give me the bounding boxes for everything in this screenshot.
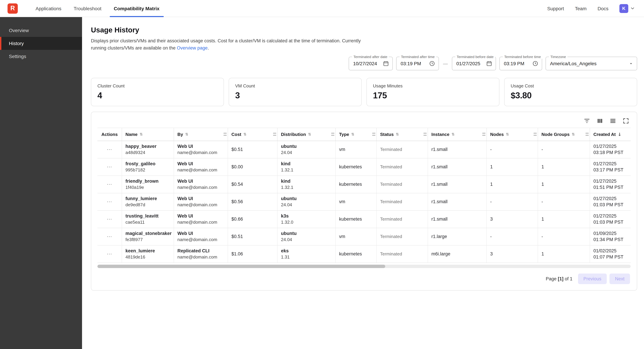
overview-page-link[interactable]: Overview page xyxy=(177,45,208,50)
sort-icon: ⇅ xyxy=(351,132,354,137)
columns-icon[interactable] xyxy=(596,117,603,124)
creator-email-link[interactable]: name@domain.com xyxy=(178,167,224,173)
sidebar-item-history[interactable]: History xyxy=(0,37,82,50)
calendar-icon[interactable] xyxy=(383,60,389,67)
column-resize-handle[interactable] xyxy=(586,133,588,136)
creator-email-link[interactable]: name@domain.com xyxy=(178,255,224,260)
node-groups-cell: 1 xyxy=(538,176,590,193)
account-menu[interactable]: K xyxy=(620,4,635,13)
sidebar-item-overview[interactable]: Overview xyxy=(0,24,82,37)
type-cell: vm xyxy=(336,141,377,158)
cluster-name: magical_stonebraker xyxy=(126,231,170,236)
nav-link-support[interactable]: Support xyxy=(547,6,564,11)
nav-tab-troubleshoot[interactable]: Troubleshoot xyxy=(68,0,108,17)
sidebar-item-settings[interactable]: Settings xyxy=(0,50,82,63)
column-header-by[interactable]: By⇅ xyxy=(174,128,228,141)
name-cell: funny_lumierede9ed87d xyxy=(122,193,174,210)
status-cell: Terminated xyxy=(377,158,428,176)
column-label: Nodes xyxy=(490,132,504,137)
scrollbar-thumb[interactable] xyxy=(98,265,386,268)
column-resize-handle[interactable] xyxy=(273,133,276,136)
clock-icon[interactable] xyxy=(532,60,538,67)
timezone-select[interactable]: Timezone America/Los_Angeles xyxy=(546,57,637,70)
clock-icon[interactable] xyxy=(429,60,435,67)
stat-card-usage-minutes: Usage Minutes 175 xyxy=(366,78,500,106)
column-header-name[interactable]: Name⇅ xyxy=(122,128,174,141)
table-row: ⋯ magical_stonebrakerfe3f8977 Web UIname… xyxy=(98,228,631,246)
column-header-node-groups[interactable]: Node Groups⇅ xyxy=(538,128,590,141)
creator-email-link[interactable]: name@domain.com xyxy=(178,220,224,225)
column-resize-handle[interactable] xyxy=(224,133,227,136)
column-label: Status xyxy=(380,132,394,137)
dropdown-caret-icon[interactable] xyxy=(628,61,634,66)
created-time: 03:18 PM PST xyxy=(594,150,627,155)
distribution-cell: eks1.31 xyxy=(278,246,336,263)
top-navbar: R Applications Troubleshoot Compatibilit… xyxy=(0,0,644,17)
creator-email-link[interactable]: name@domain.com xyxy=(178,237,224,242)
stat-value: 3 xyxy=(235,90,355,100)
sort-icon: ⇅ xyxy=(396,132,399,137)
created-date: 01/27/2025 xyxy=(594,144,627,149)
distribution-version: 24.04 xyxy=(281,202,332,207)
terminated-before-time-field[interactable]: Terminated before time 03:19 PM xyxy=(500,57,542,70)
row-menu-icon[interactable]: ⋯ xyxy=(107,233,112,240)
column-label: Type xyxy=(339,132,349,137)
created-date: 01/02/2025 xyxy=(594,248,627,254)
column-header-instance[interactable]: Instance⇅ xyxy=(428,128,487,141)
distribution-version: 24.04 xyxy=(281,150,332,155)
nav-tab-applications[interactable]: Applications xyxy=(30,0,68,17)
distribution-version: 1.32.0 xyxy=(281,220,332,225)
filter-bar: Terminated after date 10/27/2024 Termina… xyxy=(91,57,637,70)
description-text: Displays prior clusters/VMs and their as… xyxy=(91,38,361,50)
fullscreen-icon[interactable] xyxy=(622,117,629,124)
calendar-icon[interactable] xyxy=(486,60,492,67)
sort-icon: ⇅ xyxy=(506,132,509,137)
column-header-cost[interactable]: Cost⇅ xyxy=(228,128,278,141)
node-groups-cell: - xyxy=(538,228,590,245)
nav-link-docs[interactable]: Docs xyxy=(598,6,608,11)
brand-logo[interactable]: R xyxy=(8,3,18,13)
horizontal-scrollbar[interactable] xyxy=(98,265,631,268)
sort-icon: ⇅ xyxy=(244,132,246,137)
by-cell: Web UIname@domain.com xyxy=(174,211,228,228)
row-menu-icon[interactable]: ⋯ xyxy=(107,199,112,205)
distribution-version: 1.31 xyxy=(281,255,332,260)
row-menu-icon[interactable]: ⋯ xyxy=(107,146,112,153)
by-cell: Replicated CLIname@domain.com xyxy=(174,246,228,263)
previous-page-button[interactable]: Previous xyxy=(578,274,607,284)
created-time: 01:03 PM PST xyxy=(594,220,627,225)
column-header-nodes[interactable]: Nodes⇅ xyxy=(487,128,538,141)
column-resize-handle[interactable] xyxy=(534,133,537,136)
column-header-type[interactable]: Type⇅ xyxy=(336,128,377,141)
column-header-created-at[interactable]: Created At↓ xyxy=(590,128,631,141)
nav-tab-compatibility-matrix[interactable]: Compatibility Matrix xyxy=(108,0,166,17)
actions-cell: ⋯ xyxy=(98,158,122,176)
terminated-after-date-field[interactable]: Terminated after date 10/27/2024 xyxy=(349,57,393,70)
terminated-after-time-field[interactable]: Terminated after time 03:19 PM xyxy=(396,57,439,70)
row-menu-icon[interactable]: ⋯ xyxy=(107,251,112,257)
stat-card-vm-count: VM Count 3 xyxy=(229,78,362,106)
column-header-distribution[interactable]: Distribution⇅ xyxy=(278,128,336,141)
sort-icon: ⇅ xyxy=(308,132,311,137)
nav-link-team[interactable]: Team xyxy=(575,6,586,11)
column-resize-handle[interactable] xyxy=(424,133,426,136)
column-resize-handle[interactable] xyxy=(331,133,334,136)
creator-email-link[interactable]: name@domain.com xyxy=(178,185,224,190)
type-cell: vm xyxy=(336,228,377,245)
status-cell: Terminated xyxy=(377,211,428,228)
density-icon[interactable] xyxy=(610,117,616,124)
distribution-cell: kind1.32.1 xyxy=(278,176,336,193)
created-by: Web UI xyxy=(178,144,224,149)
row-menu-icon[interactable]: ⋯ xyxy=(107,164,112,170)
distribution-version: 1.32.1 xyxy=(281,167,332,173)
filter-icon[interactable] xyxy=(584,117,590,124)
column-header-status[interactable]: Status⇅ xyxy=(377,128,428,141)
terminated-before-date-field[interactable]: Terminated before date 01/27/2025 xyxy=(452,57,496,70)
row-menu-icon[interactable]: ⋯ xyxy=(107,216,112,223)
creator-email-link[interactable]: name@domain.com xyxy=(178,150,224,155)
column-resize-handle[interactable] xyxy=(372,133,375,136)
creator-email-link[interactable]: name@domain.com xyxy=(178,202,224,207)
row-menu-icon[interactable]: ⋯ xyxy=(107,181,112,188)
column-resize-handle[interactable] xyxy=(482,133,486,136)
next-page-button[interactable]: Next xyxy=(610,274,630,284)
